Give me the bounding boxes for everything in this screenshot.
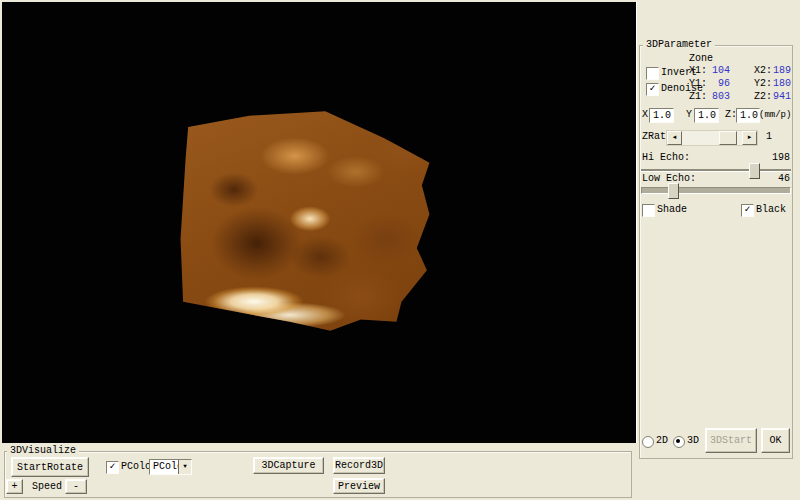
start-rotate-button[interactable]: StartRotate xyxy=(11,457,89,477)
shade-checkbox[interactable] xyxy=(642,204,655,217)
mode-2d-radio[interactable] xyxy=(642,436,654,448)
hi-echo-thumb[interactable] xyxy=(749,163,760,179)
low-echo-slider[interactable] xyxy=(641,183,791,197)
zrate-value: 1 xyxy=(766,131,772,143)
pcolor-dropdown[interactable]: PColor ▼ xyxy=(149,459,192,475)
zone-z2-value: 941 xyxy=(763,91,791,103)
zone-x2-value: 189 xyxy=(763,65,791,77)
invert-checkbox[interactable] xyxy=(646,67,659,80)
denoise-checkbox[interactable]: ✓ xyxy=(646,83,659,96)
app-window: 3DParameter Invert ✓ Denoise Zone X1: 10… xyxy=(0,0,800,500)
black-label: Black xyxy=(756,204,786,216)
low-echo-track[interactable] xyxy=(641,187,791,194)
pcolor-checkbox[interactable]: ✓ xyxy=(106,461,119,474)
zone-z1-value: 803 xyxy=(702,91,730,103)
scale-unit-label: (mm/p) xyxy=(759,109,791,121)
capture3d-button[interactable]: 3DCapture xyxy=(253,457,324,474)
parameter-group-title: 3DParameter xyxy=(643,39,715,51)
pcolor-dropdown-arrow-icon[interactable]: ▼ xyxy=(178,460,191,474)
scale-y-input[interactable]: 1.0 xyxy=(694,108,719,123)
black-checkbox[interactable]: ✓ xyxy=(741,204,754,217)
zrate-scrollbar[interactable]: ◄ ► xyxy=(666,130,758,146)
speed-minus-button[interactable]: - xyxy=(65,479,87,494)
record3d-button[interactable]: Record3D xyxy=(333,457,385,474)
zone-y2-value: 180 xyxy=(763,78,791,90)
shade-label: Shade xyxy=(657,204,687,216)
mode-2d-label: 2D xyxy=(656,435,668,447)
mode-3d-radio[interactable] xyxy=(673,436,685,448)
mode-3d-label: 3D xyxy=(687,435,699,447)
speed-label: Speed xyxy=(32,481,62,493)
render-viewport[interactable] xyxy=(2,2,637,443)
hi-echo-track[interactable] xyxy=(641,169,791,172)
parameter-groupbox: 3DParameter Invert ✓ Denoise Zone X1: 10… xyxy=(639,45,793,459)
scale-z-input[interactable]: 1.0 xyxy=(736,108,760,123)
speed-plus-button[interactable]: + xyxy=(6,479,23,494)
visualize-group-title: 3DVisualize xyxy=(7,445,79,457)
zrate-thumb[interactable] xyxy=(719,131,737,145)
ok-button[interactable]: OK xyxy=(761,428,790,453)
start3d-button[interactable]: 3DStart xyxy=(705,428,757,453)
zrate-left-arrow-icon[interactable]: ◄ xyxy=(667,131,682,145)
zone-x1-value: 104 xyxy=(702,65,730,77)
zone-label: Zone xyxy=(689,53,713,65)
preview-button[interactable]: Preview xyxy=(333,478,385,494)
zrate-right-arrow-icon[interactable]: ► xyxy=(742,131,757,145)
ultrasound-volume-render xyxy=(178,109,432,333)
zone-y1-value: 96 xyxy=(702,78,730,90)
scale-x-input[interactable]: 1.0 xyxy=(649,108,674,123)
low-echo-thumb[interactable] xyxy=(668,183,679,199)
visualize-groupbox: 3DVisualize StartRotate + Speed - ✓ PCol… xyxy=(4,451,632,498)
